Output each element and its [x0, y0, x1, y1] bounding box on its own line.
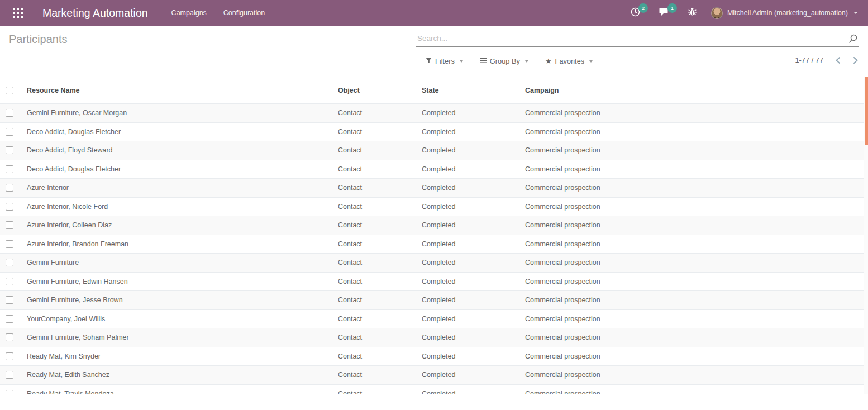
cell-state[interactable]: Completed — [422, 371, 525, 379]
cell-object[interactable]: Contact — [338, 203, 422, 211]
cell-object[interactable]: Contact — [338, 278, 422, 285]
row-checkbox[interactable] — [6, 165, 13, 173]
cell-campaign[interactable]: Commercial prospection — [525, 128, 868, 136]
table-row[interactable]: Deco Addict, Douglas Fletcher Contact Co… — [0, 160, 868, 179]
cell-object[interactable]: Contact — [338, 259, 422, 266]
cell-state[interactable]: Completed — [422, 240, 525, 248]
row-checkbox[interactable] — [6, 146, 13, 154]
header-object[interactable]: Object — [338, 87, 422, 94]
cell-state[interactable]: Completed — [422, 259, 525, 266]
cell-resource-name[interactable]: Gemini Furniture, Soham Palmer — [22, 333, 338, 341]
cell-campaign[interactable]: Commercial prospection — [525, 109, 868, 117]
row-checkbox[interactable] — [6, 296, 13, 304]
cell-resource-name[interactable]: YourCompany, Joel Willis — [22, 315, 338, 323]
table-row[interactable]: Ready Mat, Kim Snyder Contact Completed … — [0, 347, 868, 366]
row-checkbox[interactable] — [6, 278, 13, 285]
table-row[interactable]: Ready Mat, Travis Mendoza Contact Comple… — [0, 384, 868, 394]
cell-object[interactable]: Contact — [338, 146, 422, 154]
table-row[interactable]: Azure Interior Contact Completed Commerc… — [0, 178, 868, 197]
table-row[interactable]: Azure Interior, Colleen Diaz Contact Com… — [0, 216, 868, 235]
cell-state[interactable]: Completed — [422, 184, 525, 192]
cell-state[interactable]: Completed — [422, 165, 525, 173]
cell-campaign[interactable]: Commercial prospection — [525, 333, 868, 341]
favorites-dropdown[interactable]: ★ Favorites — [545, 57, 593, 65]
table-row[interactable]: Gemini Furniture Contact Completed Comme… — [0, 253, 868, 272]
cell-state[interactable]: Completed — [422, 333, 525, 341]
cell-campaign[interactable]: Commercial prospection — [525, 352, 868, 360]
pager-previous-button[interactable] — [834, 56, 841, 64]
select-all-checkbox[interactable] — [6, 87, 13, 94]
cell-resource-name[interactable]: Ready Mat, Travis Mendoza — [22, 390, 338, 394]
table-row[interactable]: Gemini Furniture, Edwin Hansen Contact C… — [0, 272, 868, 291]
cell-state[interactable]: Completed — [422, 146, 525, 154]
row-checkbox[interactable] — [6, 240, 13, 248]
menu-campaigns[interactable]: Campaigns — [171, 9, 207, 17]
cell-resource-name[interactable]: Deco Addict, Floyd Steward — [22, 146, 338, 154]
table-row[interactable]: Gemini Furniture, Soham Palmer Contact C… — [0, 328, 868, 347]
vertical-scrollbar-thumb[interactable] — [865, 77, 868, 145]
apps-grid-icon[interactable] — [12, 7, 23, 18]
table-row[interactable]: Gemini Furniture, Oscar Morgan Contact C… — [0, 103, 868, 122]
cell-object[interactable]: Contact — [338, 184, 422, 192]
cell-state[interactable]: Completed — [422, 390, 525, 394]
cell-object[interactable]: Contact — [338, 109, 422, 117]
magnifier-icon[interactable] — [848, 34, 858, 46]
cell-state[interactable]: Completed — [422, 315, 525, 323]
cell-resource-name[interactable]: Ready Mat, Kim Snyder — [22, 352, 338, 360]
menu-configuration[interactable]: Configuration — [223, 9, 265, 17]
table-row[interactable]: Gemini Furniture, Jesse Brown Contact Co… — [0, 290, 868, 309]
table-row[interactable]: YourCompany, Joel Willis Contact Complet… — [0, 309, 868, 328]
cell-object[interactable]: Contact — [338, 240, 422, 248]
cell-campaign[interactable]: Commercial prospection — [525, 146, 868, 154]
cell-resource-name[interactable]: Deco Addict, Douglas Fletcher — [22, 165, 338, 173]
row-checkbox[interactable] — [6, 221, 13, 229]
row-checkbox[interactable] — [6, 128, 13, 136]
table-row[interactable]: Deco Addict, Floyd Steward Contact Compl… — [0, 141, 868, 160]
cell-object[interactable]: Contact — [338, 165, 422, 173]
cell-campaign[interactable]: Commercial prospection — [525, 165, 868, 173]
cell-resource-name[interactable]: Azure Interior, Brandon Freeman — [22, 240, 338, 248]
table-row[interactable]: Deco Addict, Douglas Fletcher Contact Co… — [0, 122, 868, 141]
user-menu[interactable]: Mitchell Admin (marketing_automation) — [711, 7, 858, 19]
cell-resource-name[interactable]: Gemini Furniture, Jesse Brown — [22, 296, 338, 304]
cell-resource-name[interactable]: Azure Interior, Nicole Ford — [22, 203, 338, 211]
messages-button[interactable]: 1 — [659, 7, 669, 18]
cell-campaign[interactable]: Commercial prospection — [525, 203, 868, 211]
header-campaign[interactable]: Campaign — [525, 87, 868, 94]
cell-state[interactable]: Completed — [422, 352, 525, 360]
cell-campaign[interactable]: Commercial prospection — [525, 390, 868, 394]
cell-campaign[interactable]: Commercial prospection — [525, 221, 868, 229]
cell-state[interactable]: Completed — [422, 128, 525, 136]
row-checkbox[interactable] — [6, 390, 13, 394]
cell-resource-name[interactable]: Azure Interior, Colleen Diaz — [22, 221, 338, 229]
filters-dropdown[interactable]: Filters — [426, 57, 463, 65]
row-checkbox[interactable] — [6, 315, 13, 323]
cell-resource-name[interactable]: Gemini Furniture, Edwin Hansen — [22, 278, 338, 285]
cell-campaign[interactable]: Commercial prospection — [525, 371, 868, 379]
cell-resource-name[interactable]: Azure Interior — [22, 184, 338, 192]
cell-state[interactable]: Completed — [422, 296, 525, 304]
group-by-dropdown[interactable]: Group By — [480, 57, 528, 65]
cell-resource-name[interactable]: Deco Addict, Douglas Fletcher — [22, 128, 338, 136]
activities-button[interactable]: 2 — [631, 7, 640, 19]
table-row[interactable]: Ready Mat, Edith Sanchez Contact Complet… — [0, 365, 868, 384]
cell-resource-name[interactable]: Ready Mat, Edith Sanchez — [22, 371, 338, 379]
cell-object[interactable]: Contact — [338, 296, 422, 304]
row-checkbox[interactable] — [6, 352, 13, 360]
header-state[interactable]: State — [422, 87, 525, 94]
cell-campaign[interactable]: Commercial prospection — [525, 259, 868, 266]
row-checkbox[interactable] — [6, 109, 13, 117]
cell-campaign[interactable]: Commercial prospection — [525, 296, 868, 304]
cell-resource-name[interactable]: Gemini Furniture, Oscar Morgan — [22, 109, 338, 117]
cell-campaign[interactable]: Commercial prospection — [525, 240, 868, 248]
cell-campaign[interactable]: Commercial prospection — [525, 184, 868, 192]
cell-object[interactable]: Contact — [338, 371, 422, 379]
table-row[interactable]: Azure Interior, Brandon Freeman Contact … — [0, 235, 868, 254]
cell-object[interactable]: Contact — [338, 315, 422, 323]
cell-object[interactable]: Contact — [338, 390, 422, 394]
row-checkbox[interactable] — [6, 184, 13, 192]
search-input[interactable] — [416, 30, 859, 47]
cell-resource-name[interactable]: Gemini Furniture — [22, 259, 338, 266]
cell-state[interactable]: Completed — [422, 278, 525, 285]
row-checkbox[interactable] — [6, 333, 13, 341]
